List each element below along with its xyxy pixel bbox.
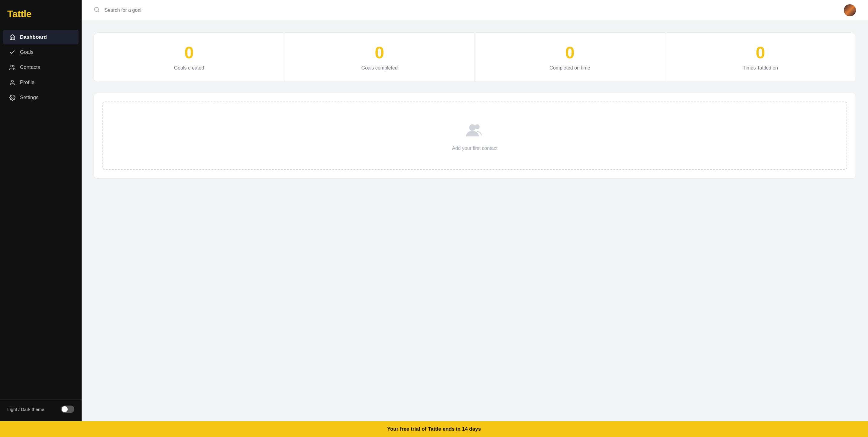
settings-icon (9, 94, 16, 101)
stat-card-goals-created: 0 Goals created (94, 33, 284, 82)
sidebar-item-dashboard[interactable]: Dashboard (3, 30, 79, 44)
contacts-empty-icon (465, 120, 485, 141)
stats-row: 0 Goals created 0 Goals completed 0 Comp… (94, 33, 856, 82)
stat-card-times-tattled: 0 Times Tattled on (665, 33, 856, 82)
svg-point-2 (12, 97, 13, 98)
sidebar-footer: Light / Dark theme (0, 399, 82, 421)
svg-point-6 (475, 124, 479, 129)
topbar (82, 0, 868, 21)
content-area: 0 Goals created 0 Goals completed 0 Comp… (82, 21, 868, 421)
sidebar-item-goals-label: Goals (20, 49, 33, 55)
sidebar-item-dashboard-label: Dashboard (20, 34, 47, 40)
contacts-card: Add your first contact (94, 93, 856, 179)
trial-banner: Your free trial of Tattle ends in 14 day… (0, 421, 868, 437)
trial-banner-text: Your free trial of Tattle ends in 14 day… (387, 426, 481, 432)
sidebar-item-contacts-label: Contacts (20, 64, 40, 70)
theme-toggle[interactable] (61, 406, 74, 413)
contacts-empty-text: Add your first contact (452, 146, 497, 151)
contacts-icon (9, 64, 16, 71)
svg-point-0 (10, 65, 13, 67)
search-input[interactable] (104, 7, 839, 13)
stat-number-times-tattled: 0 (671, 44, 849, 61)
main-area: 0 Goals created 0 Goals completed 0 Comp… (82, 0, 868, 421)
home-icon (9, 34, 16, 40)
stat-label-goals-created: Goals created (100, 65, 278, 71)
app-logo: Tattle (0, 0, 82, 27)
person-icon (9, 79, 16, 86)
sidebar: Tattle Dashboard Goals (0, 0, 82, 421)
toggle-thumb (62, 406, 68, 412)
stat-card-completed-on-time: 0 Completed on time (475, 33, 665, 82)
stat-label-completed-on-time: Completed on time (481, 65, 659, 71)
stat-number-goals-completed: 0 (290, 44, 468, 61)
svg-line-4 (98, 11, 99, 12)
sidebar-item-profile[interactable]: Profile (3, 75, 79, 90)
contacts-empty-state[interactable]: Add your first contact (102, 101, 847, 170)
sidebar-item-contacts[interactable]: Contacts (3, 60, 79, 75)
avatar[interactable] (844, 4, 856, 16)
sidebar-item-settings[interactable]: Settings (3, 90, 79, 105)
svg-point-1 (11, 81, 13, 83)
stat-card-goals-completed: 0 Goals completed (284, 33, 475, 82)
stat-label-goals-completed: Goals completed (290, 65, 468, 71)
svg-point-5 (469, 124, 475, 130)
sidebar-item-profile-label: Profile (20, 80, 34, 86)
search-icon (94, 7, 100, 14)
stat-number-completed-on-time: 0 (481, 44, 659, 61)
check-icon (9, 49, 16, 56)
sidebar-item-goals[interactable]: Goals (3, 45, 79, 60)
stat-number-goals-created: 0 (100, 44, 278, 61)
sidebar-nav: Dashboard Goals Contacts (0, 27, 82, 399)
stat-label-times-tattled: Times Tattled on (671, 65, 849, 71)
theme-label: Light / Dark theme (7, 407, 57, 412)
sidebar-item-settings-label: Settings (20, 95, 38, 101)
